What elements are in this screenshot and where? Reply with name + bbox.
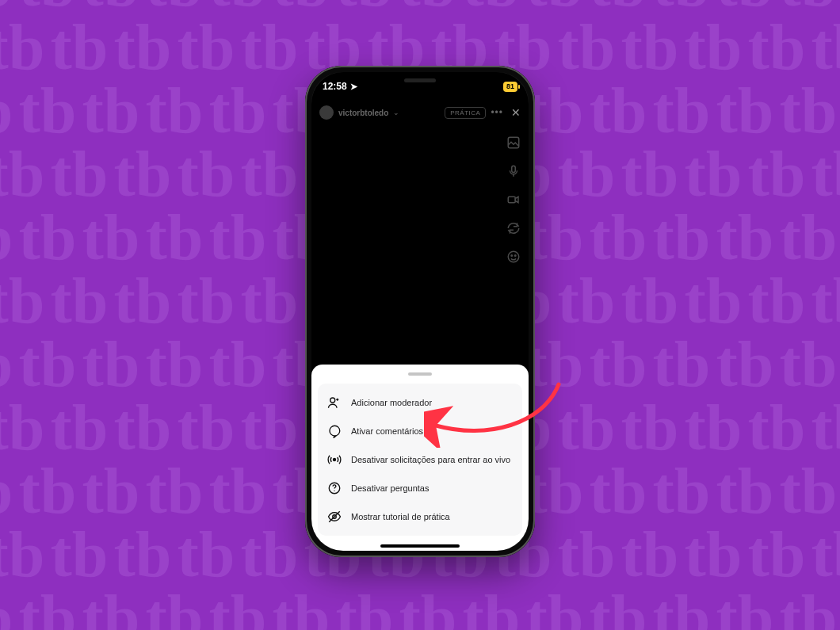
gallery-icon[interactable]	[506, 136, 521, 150]
sheet-grabber[interactable]	[408, 372, 432, 376]
mode-pill[interactable]: PRÁTICA	[445, 107, 486, 119]
option-label: Mostrar tutorial de prática	[351, 512, 450, 521]
tool-column	[506, 136, 521, 264]
option-label: Desativar solicitações para entrar ao vi…	[351, 455, 510, 464]
location-icon: ➤	[350, 82, 357, 92]
svg-point-7	[334, 459, 336, 461]
broadcast-off-icon	[327, 452, 342, 467]
close-icon[interactable]: ✕	[508, 106, 521, 119]
options-card: Adicionar moderador Ativar comentários D…	[318, 384, 522, 536]
add-moderator-option[interactable]: Adicionar moderador	[318, 388, 522, 417]
comment-icon	[327, 424, 342, 438]
face-icon[interactable]	[506, 250, 521, 264]
microphone-icon[interactable]	[506, 164, 521, 178]
question-icon	[327, 481, 342, 495]
phone-frame: 12:58 ➤ 81 victorbtoledo ⌄ PRÁTICA ••• ✕	[305, 66, 535, 557]
app-header: victorbtoledo ⌄ PRÁTICA ••• ✕	[311, 101, 529, 124]
option-label: Desativar perguntas	[351, 483, 429, 493]
show-tutorial-option[interactable]: Mostrar tutorial de prática	[318, 502, 522, 531]
option-label: Ativar comentários	[351, 426, 423, 436]
camera-icon[interactable]	[506, 193, 521, 207]
phone-notch	[372, 72, 468, 91]
username-label[interactable]: victorbtoledo	[338, 109, 388, 117]
statusbar-time: 12:58	[323, 81, 347, 92]
enable-comments-option[interactable]: Ativar comentários	[318, 417, 522, 445]
bottom-sheet: Adicionar moderador Ativar comentários D…	[311, 365, 529, 551]
svg-rect-1	[512, 166, 516, 172]
home-indicator[interactable]	[380, 544, 460, 548]
more-icon[interactable]: •••	[491, 107, 503, 118]
svg-point-3	[508, 251, 519, 262]
svg-point-6	[330, 398, 335, 403]
add-person-icon	[327, 395, 342, 410]
chevron-down-icon[interactable]: ⌄	[393, 109, 399, 116]
svg-rect-2	[508, 197, 515, 203]
disable-questions-option[interactable]: Desativar perguntas	[318, 474, 522, 502]
option-label: Adicionar moderador	[351, 398, 432, 407]
svg-point-5	[515, 255, 517, 257]
disable-join-requests-option[interactable]: Desativar solicitações para entrar ao vi…	[318, 445, 522, 474]
eye-off-icon	[327, 510, 342, 524]
svg-point-4	[511, 255, 513, 257]
avatar[interactable]	[319, 105, 334, 120]
svg-point-9	[334, 491, 334, 491]
battery-icon: 81	[503, 82, 517, 92]
flip-camera-icon[interactable]	[506, 221, 521, 235]
phone-screen: 12:58 ➤ 81 victorbtoledo ⌄ PRÁTICA ••• ✕	[311, 72, 529, 551]
